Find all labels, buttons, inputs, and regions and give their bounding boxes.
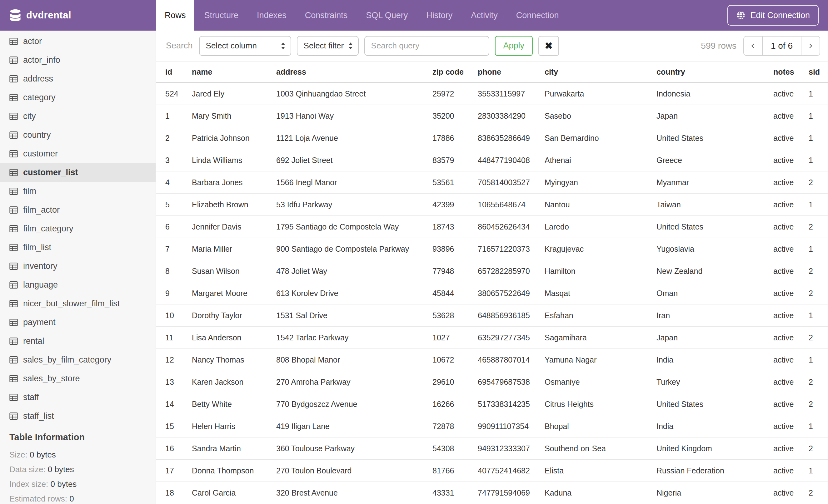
sidebar-item-label: address <box>23 74 53 84</box>
tab-indexes[interactable]: Indexes <box>248 0 295 31</box>
cell-phone: 695479687538 <box>478 377 545 386</box>
column-header-sid[interactable]: sid <box>809 67 828 77</box>
sidebar-item-staff-list[interactable]: staff_list <box>0 407 156 425</box>
table-icon <box>9 337 18 346</box>
search-query-input[interactable] <box>364 36 489 56</box>
sidebar-item-actor-info[interactable]: actor_info <box>0 51 156 69</box>
column-header-address[interactable]: address <box>276 67 432 77</box>
table-row[interactable]: 524Jared Ely1003 Qinhuangdao Street25972… <box>156 83 828 105</box>
sidebar-item-language[interactable]: language <box>0 275 156 294</box>
cell-country: United States <box>657 134 773 143</box>
cell-name: Karen Jackson <box>192 377 276 386</box>
cell-country: Taiwan <box>657 200 773 209</box>
sidebar-item-actor[interactable]: actor <box>0 32 156 51</box>
prev-page-button[interactable] <box>744 37 762 55</box>
sidebar-item-film-category[interactable]: film_category <box>0 219 156 238</box>
cell-id: 13 <box>165 377 192 386</box>
tab-sql-query[interactable]: SQL Query <box>358 0 416 31</box>
table-info-value: 0 bytes <box>30 450 56 459</box>
table-row[interactable]: 5Elizabeth Brown53 Idfu Parkway423991065… <box>156 194 828 216</box>
filter-select[interactable]: Select filter <box>297 36 359 56</box>
table-row[interactable]: 11Lisa Anderson1542 Tarlac Parkway102763… <box>156 327 828 349</box>
table-row[interactable]: 12Nancy Thomas808 Bhopal Manor1067246588… <box>156 349 828 371</box>
table-row[interactable]: 13Karen Jackson270 Amroha Parkway2961069… <box>156 371 828 393</box>
tab-connection[interactable]: Connection <box>508 0 568 31</box>
table-row[interactable]: 8Susan Wilson478 Joliet Way7794865728228… <box>156 260 828 282</box>
search-toolbar: Search Select column Select filter Apply… <box>156 31 828 61</box>
table-row[interactable]: 6Jennifer Davis1795 Santiago de Composte… <box>156 216 828 238</box>
cell-phone: 10655648674 <box>478 200 545 209</box>
column-header-city[interactable]: city <box>545 67 657 77</box>
next-page-button[interactable] <box>801 37 820 55</box>
apply-button[interactable]: Apply <box>495 36 533 56</box>
tab-structure[interactable]: Structure <box>196 0 247 31</box>
cell-city: Osmaniye <box>545 377 657 386</box>
cell-address: 478 Joliet Way <box>276 267 432 276</box>
chevron-right-icon <box>806 42 815 50</box>
table-row[interactable]: 9Margaret Moore613 Korolev Drive45844380… <box>156 282 828 305</box>
table-row[interactable]: 15Helen Harris419 Iligan Lane72878990911… <box>156 415 828 438</box>
cell-phone: 380657522649 <box>478 289 545 298</box>
clear-search-button[interactable]: ✖ <box>538 36 559 56</box>
sidebar-item-film-list[interactable]: film_list <box>0 238 156 257</box>
sidebar-item-city[interactable]: city <box>0 107 156 126</box>
tab-rows[interactable]: Rows <box>156 0 194 31</box>
cell-notes: active <box>773 333 809 342</box>
sidebar-item-film-actor[interactable]: film_actor <box>0 200 156 219</box>
sidebar-item-nicer-but-slower-film-list[interactable]: nicer_but_slower_film_list <box>0 294 156 313</box>
cell-country: Yugoslavia <box>657 244 773 254</box>
cell-notes: active <box>773 377 809 386</box>
sidebar-item-inventory[interactable]: inventory <box>0 257 156 275</box>
cell-phone: 648856936185 <box>478 311 545 320</box>
column-header-id[interactable]: id <box>165 67 192 77</box>
column-header-zip-code[interactable]: zip code <box>432 67 478 77</box>
sidebar-item-film[interactable]: film <box>0 182 156 200</box>
table-row[interactable]: 18Carol Garcia320 Brest Avenue4333174779… <box>156 482 828 504</box>
cell-name: Barbara Jones <box>192 178 276 187</box>
cell-name: Carol Garcia <box>192 489 276 497</box>
sidebar-item-rental[interactable]: rental <box>0 332 156 350</box>
sidebar-item-address[interactable]: address <box>0 69 156 88</box>
tab-constraints[interactable]: Constraints <box>296 0 356 31</box>
app-window: dvdrental RowsStructureIndexesConstraint… <box>0 0 828 504</box>
sidebar-item-label: staff_list <box>23 411 54 421</box>
table-info-index-size: Index size: 0 bytes <box>9 477 156 492</box>
edit-connection-button[interactable]: Edit Connection <box>728 5 819 26</box>
table-row[interactable]: 14Betty White770 Bydgoszcz Avenue1626651… <box>156 393 828 415</box>
cell-country: Indonesia <box>657 89 773 98</box>
sidebar-item-label: sales_by_store <box>23 374 80 383</box>
filter-select-value: Select filter <box>304 41 344 51</box>
pagination: 1 of 6 <box>743 36 820 56</box>
table-row[interactable]: 3Linda Williams692 Joliet Street83579448… <box>156 149 828 172</box>
sidebar-item-customer-list[interactable]: customer_list <box>0 163 156 182</box>
cell-id: 5 <box>165 200 192 209</box>
column-header-notes[interactable]: notes <box>773 67 809 77</box>
table-row[interactable]: 2Patricia Johnson1121 Loja Avenue1788683… <box>156 127 828 149</box>
sidebar-item-staff[interactable]: staff <box>0 388 156 407</box>
cell-country: Russian Federation <box>657 466 773 475</box>
column-header-name[interactable]: name <box>192 67 276 77</box>
sidebar-item-category[interactable]: category <box>0 88 156 107</box>
cell-city: Athenai <box>545 156 657 165</box>
cell-id: 6 <box>165 222 192 231</box>
table-row[interactable]: 17Donna Thompson270 Toulon Boulevard8176… <box>156 460 828 482</box>
table-row[interactable]: 1Mary Smith1913 Hanoi Way352002830338429… <box>156 105 828 127</box>
tab-history[interactable]: History <box>418 0 461 31</box>
tab-activity[interactable]: Activity <box>462 0 506 31</box>
column-select[interactable]: Select column <box>199 36 291 56</box>
column-header-phone[interactable]: phone <box>478 67 545 77</box>
table-row[interactable]: 10Dorothy Taylor1531 Sal Drive5362864885… <box>156 305 828 327</box>
sidebar-item-payment[interactable]: payment <box>0 313 156 332</box>
sidebar-item-sales-by-film-category[interactable]: sales_by_film_category <box>0 350 156 369</box>
sidebar-item-country[interactable]: country <box>0 126 156 144</box>
cell-name: Jared Ely <box>192 89 276 98</box>
sidebar-item-customer[interactable]: customer <box>0 144 156 163</box>
sidebar-item-label: film_category <box>23 224 74 234</box>
cell-sid: 1 <box>809 89 828 98</box>
table-row[interactable]: 16Sandra Martin360 Toulouse Parkway54308… <box>156 438 828 460</box>
table-row[interactable]: 7Maria Miller900 Santiago de Compostela … <box>156 238 828 260</box>
cell-address: 692 Joliet Street <box>276 156 432 165</box>
sidebar-item-sales-by-store[interactable]: sales_by_store <box>0 369 156 388</box>
table-row[interactable]: 4Barbara Jones1566 Inegl Manor5356170581… <box>156 172 828 194</box>
column-header-country[interactable]: country <box>657 67 773 77</box>
